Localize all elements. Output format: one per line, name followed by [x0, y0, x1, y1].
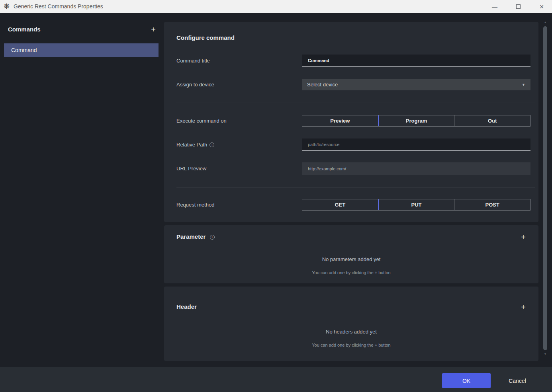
- configure-command-title: Configure command: [176, 34, 235, 41]
- command-title-row: Command title: [176, 55, 535, 67]
- execute-option-out[interactable]: Out: [454, 115, 530, 126]
- minimize-button[interactable]: —: [485, 0, 504, 13]
- method-option-get[interactable]: GET: [302, 199, 378, 210]
- add-command-button[interactable]: +: [149, 24, 158, 35]
- assign-device-value: Select device: [307, 82, 522, 88]
- url-preview-row: URL Preview http://example.com/: [176, 162, 535, 175]
- method-option-put[interactable]: PUT: [378, 199, 454, 210]
- request-method-label: Request method: [176, 199, 214, 211]
- scrollbar-thumb[interactable]: [543, 26, 547, 350]
- execute-option-preview[interactable]: Preview: [302, 115, 378, 126]
- cancel-button[interactable]: Cancel: [500, 373, 534, 388]
- execute-option-program[interactable]: Program: [378, 115, 454, 126]
- info-icon: i: [210, 235, 215, 240]
- maximize-button[interactable]: [509, 0, 527, 13]
- assign-device-row: Assign to device Select device ▼: [176, 79, 535, 90]
- scroll-up-icon[interactable]: ▲: [542, 19, 549, 25]
- commands-header: Commands: [8, 26, 41, 33]
- sidebar-item-command[interactable]: Command: [4, 43, 159, 57]
- command-title-input[interactable]: [302, 55, 530, 67]
- header-empty-hint: You can add one by clicking the + button: [164, 343, 538, 347]
- request-method-segmented: GET PUT POST: [302, 199, 530, 211]
- parameter-title-text: Parameter: [176, 233, 206, 240]
- configure-command-card: Configure command Command title Assign t…: [164, 22, 538, 222]
- execute-on-row: Execute command on Preview Program Out: [176, 115, 535, 127]
- execute-on-label: Execute command on: [176, 115, 227, 127]
- window-title: Generic Rest Commands Properties: [14, 0, 103, 13]
- ok-button[interactable]: OK: [442, 373, 491, 388]
- url-preview-label: URL Preview: [176, 162, 206, 175]
- relative-path-label-text: Relative Path: [176, 142, 207, 148]
- chevron-down-icon: ▼: [522, 83, 525, 87]
- close-button[interactable]: ✕: [532, 0, 551, 13]
- dialog-body: Commands + Command Configure command Com…: [0, 13, 552, 367]
- header-empty-message: No headers added yet: [164, 329, 538, 335]
- request-method-row: Request method GET PUT POST: [176, 199, 535, 211]
- relative-path-row: Relative Path i: [176, 138, 535, 151]
- scrollbar[interactable]: ▲ ▼: [542, 16, 549, 359]
- url-preview-value: http://example.com/: [302, 162, 530, 175]
- dialog-window: ❋ Generic Rest Commands Properties — ✕ C…: [0, 0, 552, 392]
- execute-on-segmented: Preview Program Out: [302, 115, 530, 127]
- maximize-icon: [516, 4, 521, 9]
- add-header-button[interactable]: +: [519, 302, 527, 312]
- commands-sidebar: Commands + Command: [0, 13, 164, 367]
- header-title: Header: [176, 303, 197, 310]
- parameter-card: Parameter i + No parameters added yet Yo…: [164, 225, 538, 283]
- command-title-label: Command title: [176, 55, 210, 67]
- parameter-empty-hint: You can add one by clicking the + button: [164, 270, 538, 275]
- header-card: Header + No headers added yet You can ad…: [164, 287, 538, 361]
- divider: [176, 187, 535, 187]
- parameter-empty-message: No parameters added yet: [164, 256, 538, 262]
- method-option-post[interactable]: POST: [454, 199, 530, 210]
- minimize-icon: —: [492, 4, 497, 10]
- close-icon: ✕: [539, 4, 544, 10]
- relative-path-input[interactable]: [302, 138, 530, 151]
- relative-path-label: Relative Path i: [176, 138, 214, 151]
- add-parameter-button[interactable]: +: [519, 232, 527, 242]
- assign-device-label: Assign to device: [176, 79, 214, 90]
- dialog-footer: OK Cancel: [0, 367, 552, 392]
- assign-device-select[interactable]: Select device ▼: [302, 79, 530, 90]
- parameter-title: Parameter i: [176, 233, 215, 240]
- scroll-down-icon[interactable]: ▼: [542, 351, 549, 357]
- divider: [176, 103, 535, 103]
- info-icon: i: [209, 142, 214, 147]
- app-icon: ❋: [4, 2, 10, 11]
- titlebar: ❋ Generic Rest Commands Properties — ✕: [0, 0, 552, 13]
